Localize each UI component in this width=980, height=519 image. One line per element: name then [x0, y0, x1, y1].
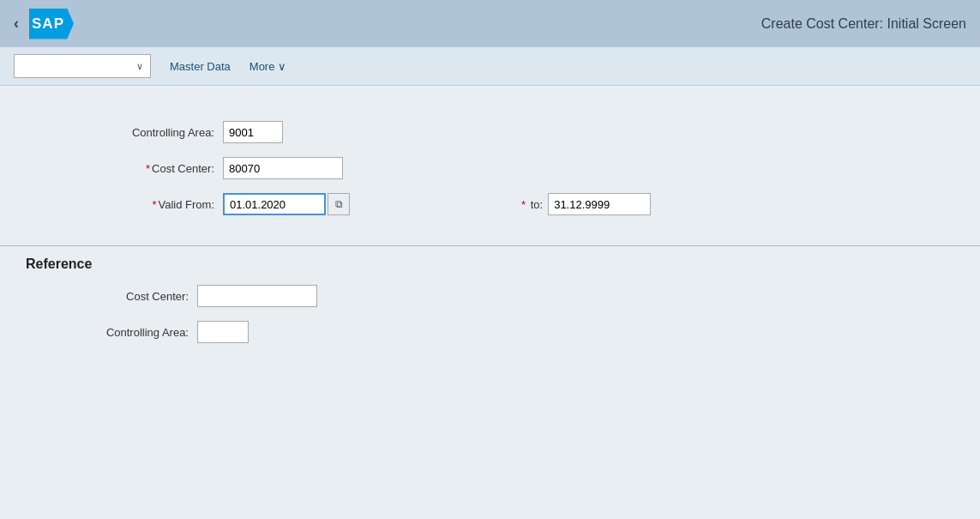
more-label: More — [250, 60, 275, 73]
calendar-picker-button[interactable]: ⧉ — [328, 193, 350, 215]
chevron-down-icon: ∨ — [136, 61, 143, 72]
ref-controlling-area-label: Controlling Area: — [26, 326, 197, 339]
more-chevron-icon: ∨ — [278, 60, 286, 73]
reference-section: Reference Cost Center: Controlling Area: — [0, 245, 980, 344]
ref-controlling-area-row: Controlling Area: — [26, 320, 954, 344]
cost-center-label: *Cost Center: — [51, 162, 223, 175]
master-data-menu-item[interactable]: Master Data — [165, 57, 236, 76]
valid-from-input[interactable] — [223, 193, 326, 215]
back-button[interactable]: ‹ — [14, 15, 19, 33]
valid-from-row: *Valid From: ⧉ * to: — [51, 192, 651, 216]
toolbar-select[interactable]: ∨ — [14, 54, 151, 78]
ref-cost-center-input[interactable] — [197, 285, 317, 307]
form-section: Controlling Area: *Cost Center: *Valid F… — [0, 120, 980, 228]
more-menu-button[interactable]: More ∨ — [250, 60, 287, 73]
ref-cost-center-row: Cost Center: — [26, 284, 954, 308]
cost-center-input[interactable] — [223, 157, 343, 179]
required-star: * — [146, 162, 150, 175]
header-left: ‹ SAP — [14, 9, 74, 39]
cost-center-row: *Cost Center: — [51, 156, 343, 180]
controlling-area-label: Controlling Area: — [51, 126, 223, 139]
page-title: Create Cost Center: Initial Screen — [761, 16, 966, 32]
sap-logo: SAP — [29, 9, 74, 39]
ref-cost-center-label: Cost Center: — [26, 290, 197, 303]
main-content: Controlling Area: *Cost Center: *Valid F… — [0, 86, 980, 373]
reference-title: Reference — [26, 256, 954, 272]
valid-from-label: *Valid From: — [51, 198, 223, 211]
valid-from-input-group: ⧉ — [223, 193, 350, 215]
ref-controlling-area-input[interactable] — [197, 321, 249, 343]
controlling-area-row: Controlling Area: — [51, 120, 283, 144]
valid-to-label: * to: — [521, 198, 548, 211]
header: ‹ SAP Create Cost Center: Initial Screen — [0, 0, 980, 47]
calendar-icon: ⧉ — [335, 198, 343, 210]
required-star-3: * — [521, 198, 526, 211]
required-star-2: * — [152, 198, 156, 211]
valid-to-input[interactable] — [548, 193, 651, 215]
toolbar: ∨ Master Data More ∨ — [0, 47, 980, 86]
controlling-area-input[interactable] — [223, 121, 283, 143]
logo-text: SAP — [32, 15, 64, 33]
